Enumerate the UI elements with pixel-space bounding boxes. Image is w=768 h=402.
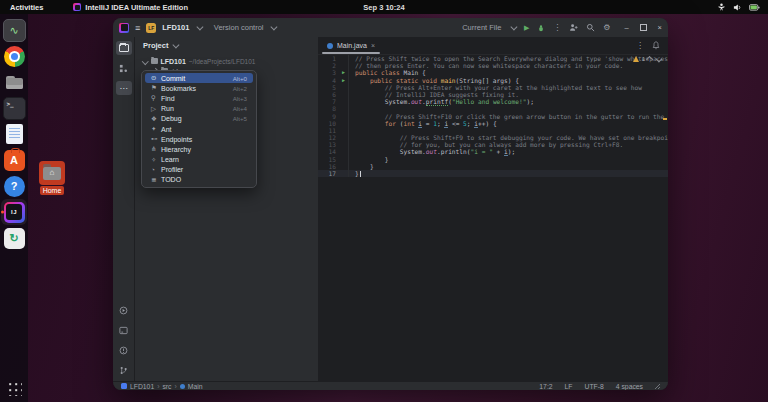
code-line-12[interactable]: 12 // Press Shift+F9 to start debugging … [318,134,668,141]
project-avatar-badge[interactable]: LF [146,23,156,33]
run-gutter-icon[interactable]: ▶ [339,69,348,76]
dock-item-software-updater[interactable]: ↻ [1,225,27,251]
structure-tool-button[interactable] [116,61,132,75]
more-tool-windows-button[interactable]: ⋯ [116,81,132,95]
notifications-bell-icon[interactable] [652,41,660,50]
dock-item-intellij-idea[interactable]: IJ [1,199,27,225]
version-control-tool-button[interactable] [116,363,132,377]
dock-item-app-center[interactable]: A [1,147,27,173]
dock-item-system-monitor[interactable]: ∿ [1,17,27,43]
editor-area[interactable]: Main.java × ⋮ 1 1// Press Shift twic [318,37,668,381]
dock-item-help[interactable]: ? [1,173,27,199]
gutter-spacer [339,84,348,91]
menu-item-bookmarks[interactable]: ⚑BookmarksAlt+2 [145,83,253,93]
debug-button[interactable] [537,24,545,32]
tab-main-java[interactable]: Main.java × [318,37,384,54]
breadcrumb-src[interactable]: src [162,383,171,390]
code-line-15[interactable]: 15 } [318,156,668,163]
folder-icon [151,58,158,64]
minimize-button[interactable]: – [624,23,628,32]
maximize-button[interactable] [640,24,647,31]
tab-close-icon[interactable]: × [371,42,375,49]
desktop-home-icon[interactable]: ⌂ Home [36,161,68,195]
line-number: 8 [318,105,339,112]
app-center-icon: A [4,150,25,171]
menu-item-ant[interactable]: ✦Ant [145,124,253,134]
focused-app-menu[interactable]: IntelliJ IDEA Ultimate Edition [73,3,188,12]
breadcrumb-class[interactable]: Main [188,383,203,390]
code-line-16[interactable]: 16 } [318,163,668,170]
project-tool-button[interactable] [116,41,132,55]
caret-position-widget[interactable]: 17:2 [539,383,552,390]
menu-item-profiler[interactable]: ◔Profiler [145,165,253,175]
activities-button[interactable]: Activities [10,3,43,12]
vcs-widget[interactable]: Version control [214,23,264,32]
clock[interactable]: Sep 3 10:24 [363,3,404,12]
system-status-area[interactable] [717,3,760,12]
learn-icon: ✧ [151,156,161,164]
editor-options-button[interactable]: ⋮ [636,42,644,50]
code-line-14[interactable]: 14 System.out.println("i = " + i); [318,148,668,155]
menu-item-commit[interactable]: ⊙CommitAlt+0 [145,73,253,83]
code-lines[interactable]: 1// Press Shift twice to open the Search… [318,55,668,177]
resize-grip-icon[interactable] [655,384,660,389]
code-line-1[interactable]: 1// Press Shift twice to open the Search… [318,55,668,62]
settings-button[interactable]: ⚙ [603,24,610,32]
gutter-spacer [339,170,348,177]
indent-widget[interactable]: 4 spaces [616,383,643,390]
code-line-9[interactable]: 9 // Press Shift+F10 or click the green … [318,113,668,120]
code-line-3[interactable]: 3▶public class Main { [318,69,668,76]
find-icon: ⚲ [151,94,161,102]
dock-item-libreoffice-writer[interactable] [1,121,27,147]
chevron-down-icon [173,42,179,48]
code-line-7[interactable]: 7 System.out.printf("Hello and welcome!"… [318,98,668,105]
menu-item-run[interactable]: ▷RunAlt+4 [145,104,253,114]
problems-icon [119,346,128,355]
inspections-widget[interactable]: 1 [633,56,660,62]
code-line-17[interactable]: 17} [318,170,668,177]
terminal-tool-button[interactable] [116,323,132,337]
code-line-11[interactable]: 11 [318,127,668,134]
tree-row-root[interactable]: LFD101 ~/IdeaProjects/LFD101 [135,56,318,66]
code-line-5[interactable]: 5 // Press Alt+Enter with your caret at … [318,84,668,91]
code-line-6[interactable]: 6 // IntelliJ IDEA suggests fixing it. [318,91,668,98]
code-line-10[interactable]: 10 for (int i = 1; i <= 5; i++) { [318,120,668,127]
code-line-4[interactable]: 4▶ public static void main(String[] args… [318,77,668,84]
dock-item-terminal[interactable]: >_ [1,95,27,121]
project-panel-header[interactable]: Project [135,37,318,50]
code-text: // Press Alt+Enter with your caret at th… [348,84,668,91]
gnome-top-bar: Activities IntelliJ IDEA Ultimate Editio… [0,0,768,14]
terminal-icon: >_ [3,97,26,120]
encoding-widget[interactable]: UTF-8 [585,383,604,390]
run-configuration-selector[interactable]: Current File [462,23,501,32]
line-separator-widget[interactable]: LF [565,383,573,390]
search-everywhere-button[interactable] [586,23,595,32]
menu-item-learn[interactable]: ✧Learn [145,155,253,165]
prev-problem-icon[interactable] [646,57,652,63]
problems-tool-button[interactable] [116,343,132,357]
breadcrumb-project[interactable]: LFD101 [130,383,154,390]
menu-item-find[interactable]: ⚲FindAlt+3 [145,93,253,103]
line-number: 1 [318,55,339,62]
menu-item-todo[interactable]: ≣TODO [145,175,253,185]
run-gutter-icon[interactable]: ▶ [339,77,348,84]
show-applications-button[interactable] [6,380,22,396]
running-indicator [1,211,4,214]
code-with-me-button[interactable] [569,23,578,32]
line-number: 16 [318,163,339,170]
code-line-2[interactable]: 2// then press Enter. You can now see wh… [318,62,668,69]
main-menu-button[interactable]: ≡ [135,23,140,33]
dock-item-chrome[interactable] [1,43,27,69]
run-button[interactable]: ▶ [524,24,529,32]
menu-item-debug[interactable]: ❖DebugAlt+5 [145,114,253,124]
code-line-8[interactable]: 8 [318,105,668,112]
code-line-13[interactable]: 13 // for you, but you can always add mo… [318,141,668,148]
close-button[interactable]: × [658,23,662,32]
menu-item-endpoints[interactable]: ⊷Endpoints [145,134,253,144]
run-tool-button[interactable] [116,303,132,317]
more-actions-button[interactable]: ⋮ [553,24,561,32]
menu-item-hierarchy[interactable]: ⋔Hierarchy [145,144,253,154]
dock-item-files[interactable] [1,69,27,95]
project-selector[interactable]: LFD101 [162,23,189,32]
gutter-spacer [339,113,348,120]
